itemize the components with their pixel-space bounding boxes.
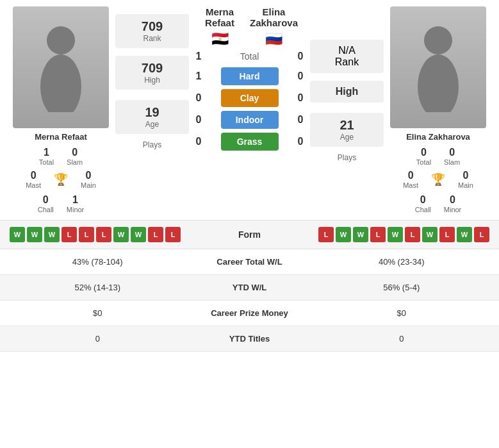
player1-mast-label: Mast — [26, 181, 41, 189]
player1-plays: Plays — [115, 135, 189, 154]
form-label: Form — [238, 229, 261, 240]
player1-mast-value: 0 — [31, 170, 37, 181]
player1-age-label: Age — [128, 120, 176, 129]
form-badge-p1: L — [165, 227, 181, 242]
player2-mast-label: Mast — [403, 181, 418, 189]
player2-main-value: 0 — [462, 170, 468, 181]
player1-chall: 0 Chall — [38, 194, 54, 213]
stats-right-val: 0 — [314, 334, 490, 344]
player1-silhouette — [35, 22, 86, 112]
player2-minor-value: 0 — [450, 194, 455, 206]
player2-rank-num: N/A — [323, 45, 371, 56]
total-label: Total — [208, 51, 291, 62]
form-badge-p2: L — [318, 227, 334, 242]
player1-minor: 1 Minor — [67, 194, 85, 213]
player2-chall-label: Chall — [415, 206, 431, 213]
form-badge-p1: L — [79, 227, 94, 242]
player2-high-box: High — [310, 81, 384, 103]
stats-center-label: YTD W/L — [186, 283, 314, 292]
player2-total-value: 0 — [421, 147, 427, 158]
player2-minor: 0 Minor — [444, 194, 462, 213]
player2-stats-row3: 0 Chall 0 Minor — [415, 194, 462, 213]
player1-stats-row3: 0 Chall 1 Minor — [38, 194, 85, 213]
indoor-row: 0 Indoor 0 — [189, 111, 310, 129]
stats-container: 43% (78-104) Career Total W/L 40% (23-34… — [0, 249, 499, 352]
grass-p1: 0 — [189, 136, 208, 147]
grass-p2: 0 — [291, 136, 310, 147]
player2-slam-value: 0 — [449, 147, 455, 158]
form-section: WWWLLLWWLL Form LWWLWLWLWL — [0, 220, 499, 249]
player1-rank-label: Rank — [128, 34, 176, 43]
player2-plays: Plays — [310, 148, 384, 167]
svg-point-0 — [47, 26, 75, 54]
player1-slam-label: Slam — [67, 158, 83, 166]
player1-slam: 0 Slam — [67, 147, 83, 166]
player1-rank-num: 709 — [128, 19, 176, 34]
player2-mast: 0 Mast — [403, 170, 418, 189]
stats-left-val: 52% (14-13) — [10, 283, 186, 292]
player2-mast-value: 0 — [408, 170, 414, 181]
player2-form-badges: LWWLWLWLWL — [318, 227, 489, 242]
total-comparison-row: 1 Total 0 — [189, 51, 310, 62]
player1-rank-box: 709 Rank — [115, 14, 189, 48]
player1-chall-value: 0 — [43, 194, 49, 206]
player2-photo — [390, 6, 486, 128]
player1-header-name: Merna Refaat — [195, 6, 244, 28]
player2-rank-box: N/A Rank — [310, 40, 384, 73]
player2-age-label: Age — [323, 133, 371, 142]
player2-rank-label: Rank — [323, 56, 371, 68]
indoor-p2: 0 — [291, 114, 310, 126]
stats-right-val: $0 — [314, 308, 490, 318]
player2-slam-label: Slam — [444, 158, 460, 166]
stats-right-val: 56% (5-4) — [314, 283, 490, 292]
surface-rows: 1 Hard 0 0 Clay 0 0 Indoor 0 0 Grass — [189, 67, 310, 151]
player2-silhouette — [413, 22, 464, 112]
total-p2-score: 0 — [291, 51, 310, 62]
player2-chall-value: 0 — [420, 194, 426, 206]
player1-main: 0 Main — [81, 170, 96, 189]
player2-header-info: Elina Zakharova 🇷🇺 — [244, 6, 304, 47]
grass-row: 0 Grass 0 — [189, 133, 310, 151]
player2-trophy-icon: 🏆 — [431, 172, 445, 187]
player1-trophy-icon: 🏆 — [54, 172, 68, 187]
player2-total-label: Total — [416, 158, 431, 166]
player1-main-value: 0 — [85, 170, 91, 181]
player1-main-label: Main — [81, 181, 96, 189]
player1-name: Merna Refaat — [35, 132, 87, 142]
clay-badge: Clay — [221, 89, 279, 107]
player1-mast: 0 Mast — [26, 170, 41, 189]
player1-high-box: 709 High — [115, 56, 189, 90]
stats-row: 52% (14-13) YTD W/L 56% (5-4) — [0, 275, 499, 301]
player2-slam: 0 Slam — [444, 147, 460, 166]
stats-center-label: YTD Titles — [186, 334, 314, 344]
player1-flag: 🇪🇬 — [211, 31, 229, 47]
form-badge-p1: W — [27, 227, 42, 242]
form-badge-p1: W — [10, 227, 25, 242]
player2-total: 0 Total — [416, 147, 431, 166]
indoor-badge: Indoor — [221, 111, 279, 129]
form-badge-p1: W — [44, 227, 60, 242]
hard-row: 1 Hard 0 — [189, 67, 310, 85]
player1-form-badges: WWWLLLWWLL — [10, 227, 181, 242]
player2-main: 0 Main — [458, 170, 473, 189]
player2-minor-label: Minor — [444, 206, 462, 213]
player1-header-info: Merna Refaat 🇪🇬 — [195, 6, 244, 47]
form-badge-p2: W — [422, 227, 438, 242]
player1-stats-row1: 1 Total 0 Slam — [39, 147, 83, 166]
player1-total-label: Total — [39, 158, 54, 166]
player2-middle-stats: N/A Rank High 21 Age Plays — [310, 6, 384, 213]
player1-photo — [13, 6, 109, 128]
player2-header-name: Elina Zakharova — [244, 6, 304, 28]
form-badge-p1: L — [96, 227, 111, 242]
form-badge-p2: W — [457, 227, 472, 242]
stats-row: 43% (78-104) Career Total W/L 40% (23-34… — [0, 249, 499, 275]
player1-minor-label: Minor — [67, 206, 85, 213]
stats-row: 0 YTD Titles 0 — [0, 326, 499, 352]
player1-age-box: 19 Age — [115, 100, 189, 134]
form-badge-p2: L — [370, 227, 386, 242]
player1-card: Merna Refaat 1 Total 0 Slam 0 Mast 🏆 — [6, 6, 115, 213]
form-badge-p2: L — [405, 227, 420, 242]
stats-right-val: 40% (23-34) — [314, 257, 490, 267]
hard-p2: 0 — [291, 71, 310, 82]
form-badge-p1: W — [113, 227, 129, 242]
